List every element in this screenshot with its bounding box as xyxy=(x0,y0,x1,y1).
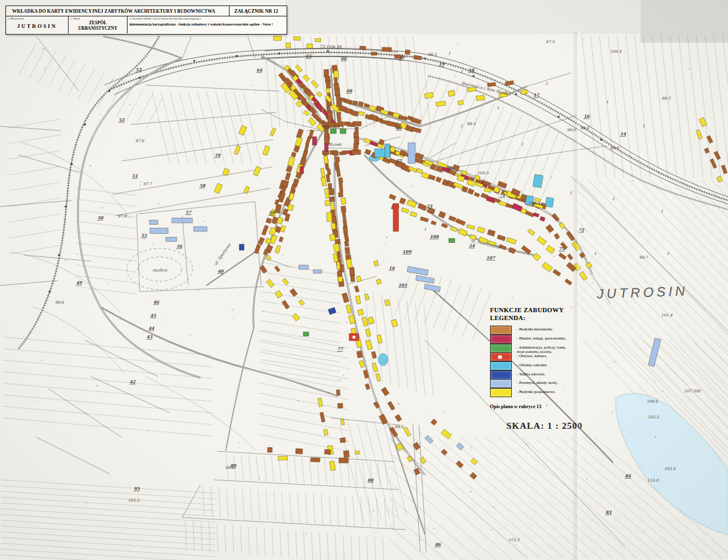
svg-text:21: 21 xyxy=(396,125,402,131)
svg-text:99.6: 99.6 xyxy=(55,300,64,305)
svg-text:109.6: 109.6 xyxy=(647,399,658,404)
svg-text:46: 46 xyxy=(153,299,160,305)
svg-text:97.6: 97.6 xyxy=(135,138,145,143)
svg-text:64: 64 xyxy=(256,67,263,73)
legend-item: - Budynki gospodarcze, xyxy=(490,388,582,397)
stream xyxy=(428,76,728,210)
scanned-map-page: { "header": { "title": "WKŁADKA DO KARTY… xyxy=(0,0,728,560)
legend-swatch xyxy=(490,370,512,380)
legend-item: - Służba zdrowia, xyxy=(490,370,582,379)
svg-text:75: 75 xyxy=(559,246,565,251)
field1-label: 1. Miejscowość xyxy=(8,17,66,20)
svg-text:42: 42 xyxy=(129,379,136,384)
svg-text:17: 17 xyxy=(533,92,540,98)
svg-text:ł: ł xyxy=(667,251,669,256)
svg-text:114.0: 114.0 xyxy=(647,478,659,483)
svg-text:84: 84 xyxy=(625,473,631,479)
svg-text:43: 43 xyxy=(146,334,153,340)
legend-swatch xyxy=(490,379,512,388)
svg-text:59: 59 xyxy=(214,152,221,158)
svg-text:109: 109 xyxy=(403,249,412,254)
legend-swatch xyxy=(490,344,512,353)
svg-text:99.0: 99.0 xyxy=(395,425,404,429)
svg-text:105.5: 105.5 xyxy=(128,498,140,503)
svg-text:12: 12 xyxy=(323,124,330,129)
svg-text:104.3: 104.3 xyxy=(332,125,344,130)
svg-text:99.7: 99.7 xyxy=(639,255,648,260)
svg-text:105: 105 xyxy=(398,282,408,288)
svg-text:100.0: 100.0 xyxy=(477,171,489,176)
svg-text:97.9: 97.9 xyxy=(118,214,127,219)
svg-text:Rynek: Rynek xyxy=(329,142,342,147)
svg-text:72: 72 xyxy=(578,227,585,233)
svg-text:66: 66 xyxy=(341,56,347,61)
legend-label: - Służba zdrowia, xyxy=(517,370,545,376)
svg-text:57: 57 xyxy=(185,210,192,215)
svg-text:ł: ł xyxy=(613,197,614,202)
svg-text:101.4: 101.4 xyxy=(529,201,540,206)
svg-text:99.0: 99.0 xyxy=(567,128,576,132)
legend-label: - Budynki gospodarcze, xyxy=(517,388,556,394)
header-title: WKŁADKA DO KARTY EWIDENCYJNEJ ZABYTKÓW A… xyxy=(6,6,229,16)
svg-text:ł: ł xyxy=(661,209,663,214)
svg-text:52: 52 xyxy=(118,117,125,123)
svg-text:107: 107 xyxy=(486,255,496,261)
legend-label: - Obiekty sakralne xyxy=(517,361,546,367)
svg-text:53: 53 xyxy=(135,67,142,72)
svg-text:65: 65 xyxy=(305,53,312,59)
legend-swatch xyxy=(490,388,512,397)
svg-text:107.300: 107.300 xyxy=(684,389,701,394)
railway xyxy=(18,36,728,349)
legend-item: - Handel, usługi, gastronomia, xyxy=(490,335,582,343)
field2-value: ZESPÓŁ URBANISTYCZNY xyxy=(70,21,125,32)
svg-text:stadion: stadion xyxy=(152,268,168,273)
svg-text:98.8: 98.8 xyxy=(580,126,590,131)
legend-label: - Przemysł, składy, kolej, xyxy=(517,379,558,384)
svg-text:68: 68 xyxy=(346,88,353,94)
legend-footnote: Opis planu w rubryce 13 xyxy=(490,404,582,409)
svg-text:ł: ł xyxy=(522,142,523,147)
legend-title: FUNKCJE ZABUDOWY LEGENDA: xyxy=(490,307,582,322)
legend-label: - Handel, usługi, gastronomia, xyxy=(517,335,566,340)
svg-text:14: 14 xyxy=(620,131,627,137)
svg-text:77: 77 xyxy=(337,346,344,352)
legend-item: - Budynki mieszkalne xyxy=(490,326,582,334)
svg-text:ł: ł xyxy=(607,100,608,104)
svg-text:58: 58 xyxy=(199,183,206,188)
svg-text:103.4: 103.4 xyxy=(664,466,676,471)
svg-text:49: 49 xyxy=(76,280,83,285)
legend-swatch xyxy=(490,352,512,361)
svg-text:16: 16 xyxy=(389,265,395,271)
scale-text: SKALA: 1 : 2500 xyxy=(506,421,582,431)
svg-text:50: 50 xyxy=(97,215,104,220)
svg-text:ł: ł xyxy=(570,191,572,196)
svg-text:86: 86 xyxy=(435,542,441,547)
svg-text:ł: ł xyxy=(424,227,426,232)
svg-text:39: 39 xyxy=(268,210,275,216)
svg-text:ł: ł xyxy=(546,81,548,86)
field3-value: dokumentacja kartograficzna - funkcje za… xyxy=(129,22,285,26)
svg-text:22: 22 xyxy=(396,158,403,163)
field3-label: 3. Zawartość wkładki ( nazwa obiektu lub… xyxy=(129,17,285,20)
legend-item: - Administracja, policja, bank, straż po… xyxy=(490,344,582,352)
svg-text:96.5: 96.5 xyxy=(428,52,437,57)
svg-text:67: 67 xyxy=(399,55,406,61)
svg-text:23: 23 xyxy=(426,203,433,209)
legend-item: - Przemysł, składy, kolej, xyxy=(490,379,582,388)
svg-text:44: 44 xyxy=(148,326,155,331)
svg-text:80: 80 xyxy=(367,477,374,483)
legend-swatch xyxy=(490,335,512,344)
svg-text:ł: ł xyxy=(594,251,596,256)
svg-text:102.5: 102.5 xyxy=(648,415,659,420)
svg-text:72 Orle 94: 72 Orle 94 xyxy=(320,44,342,49)
svg-text:ł: ł xyxy=(497,106,499,111)
svg-text:18: 18 xyxy=(468,67,475,73)
legend-label: - Oświata, kultura, xyxy=(517,352,547,358)
svg-text:19: 19 xyxy=(438,61,445,67)
legend-swatch xyxy=(490,361,512,370)
svg-text:45: 45 xyxy=(150,313,157,318)
field1-value: JUTROSIN xyxy=(8,23,66,29)
svg-text:70: 70 xyxy=(446,165,453,171)
svg-text:100.4: 100.4 xyxy=(610,49,622,54)
svg-text:93: 93 xyxy=(134,486,140,491)
